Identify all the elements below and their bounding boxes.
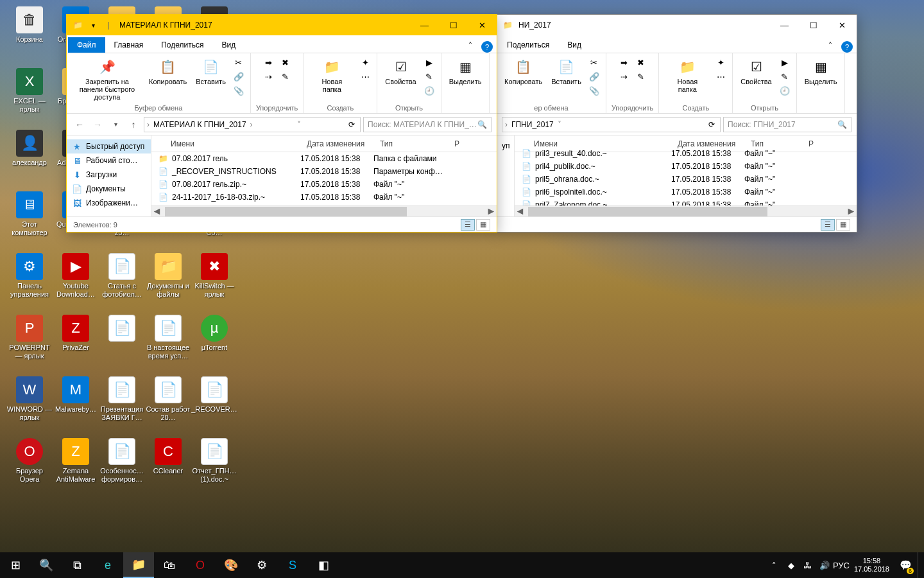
nav-pictures[interactable]: 🖼Изображени… xyxy=(67,196,151,210)
tab-share[interactable]: Поделиться xyxy=(152,37,212,53)
pin-button[interactable]: 📌Закрепить на панели быстрого доступа xyxy=(72,56,142,102)
language-indicator[interactable]: РУС xyxy=(834,552,849,578)
store-icon[interactable]: 🛍 xyxy=(154,552,185,578)
action-center-icon[interactable]: 💬6 xyxy=(894,552,916,578)
app-icon[interactable]: ⚙ xyxy=(246,552,277,578)
large-icons-view-icon[interactable]: ▦ xyxy=(476,219,490,231)
desktop-icon[interactable]: ▶Youtube Download… xyxy=(53,250,99,312)
volume-icon[interactable]: 🔊 xyxy=(817,552,832,578)
navigation-pane[interactable]: ★Быстрый доступ 🖥Рабочий сто… ⬇Загрузки … xyxy=(67,136,151,216)
task-view-icon[interactable]: ⧉ xyxy=(62,552,92,578)
chevron-right-icon[interactable]: › xyxy=(505,120,508,129)
col-size[interactable]: Р xyxy=(448,139,474,148)
start-button[interactable]: ⊞ xyxy=(0,552,31,578)
show-desktop-button[interactable] xyxy=(918,552,921,578)
cut-icon[interactable]: ✂ xyxy=(232,56,245,69)
col-name[interactable]: Имени xyxy=(151,139,300,148)
properties-button[interactable]: ☑Свойства xyxy=(382,56,418,87)
history-icon[interactable]: 🕘 xyxy=(778,84,791,97)
col-date[interactable]: Дата изменения xyxy=(300,139,373,148)
desktop-icon[interactable]: 📄Состав работ 20… xyxy=(145,374,191,435)
close-button[interactable]: ✕ xyxy=(468,15,497,35)
open-icon[interactable]: ▶ xyxy=(778,56,791,69)
breadcrumb-dropdown-icon[interactable]: ˅ xyxy=(297,120,301,129)
opera-icon[interactable]: O xyxy=(185,552,216,578)
desktop-icon[interactable]: WWINWORD — ярлык xyxy=(6,374,53,435)
ribbon-collapse-icon[interactable]: ˄ xyxy=(823,39,837,53)
table-row[interactable]: 📄07.08.2017 гель.zip.~17.05.2018 15:38Фа… xyxy=(151,178,497,191)
ribbon-collapse-icon[interactable]: ˄ xyxy=(463,39,477,53)
move-to-icon[interactable]: ➡ xyxy=(618,56,631,69)
search-icon[interactable]: 🔍 xyxy=(837,120,847,129)
refresh-icon[interactable]: ⟳ xyxy=(346,120,357,129)
nav-item[interactable]: уп xyxy=(497,139,514,152)
paste-shortcut-icon[interactable]: 📎 xyxy=(232,84,245,97)
chevron-right-icon[interactable]: › xyxy=(147,120,150,129)
tray-app-icon[interactable]: ◆ xyxy=(783,552,799,578)
up-button[interactable]: ↑ xyxy=(126,117,141,132)
clock[interactable]: 15:58 17.05.2018 xyxy=(850,557,893,574)
desktop-icon[interactable]: PPOWERPNT — ярлык xyxy=(6,312,53,374)
file-list[interactable]: 📁07.08.2017 гель17.05.2018 15:38Папка с … xyxy=(151,152,497,206)
desktop-icon[interactable]: 📄Презентация ЗАЯВКИ Г… xyxy=(99,374,145,435)
history-icon[interactable]: 🕘 xyxy=(423,84,436,97)
table-row[interactable]: 📄pril7_Zakonom.doc.~17.05.2018 15:38Файл… xyxy=(515,198,857,206)
maximize-button[interactable]: ☐ xyxy=(439,15,468,35)
desktop-icon[interactable]: 📄Статья с фотобиол… xyxy=(99,250,145,312)
desktop-icon[interactable]: ⚙Панель управления xyxy=(6,250,53,312)
edit-icon[interactable]: ✎ xyxy=(423,70,436,83)
easy-access-icon[interactable]: ⋯ xyxy=(359,70,372,83)
desktop-icon[interactable]: ZPrivaZer xyxy=(53,312,99,374)
help-icon[interactable]: ? xyxy=(481,41,493,53)
copy-to-icon[interactable]: ⇢ xyxy=(262,70,275,83)
horizontal-scrollbar[interactable]: ◄► xyxy=(151,206,497,216)
move-to-icon[interactable]: ➡ xyxy=(262,56,275,69)
chevron-down-icon[interactable]: ˅ xyxy=(558,120,561,129)
paste-button[interactable]: 📄Вставить xyxy=(193,56,228,87)
desktop-icon[interactable]: 📄_RECOVER… xyxy=(191,374,237,435)
qat-dropdown-icon[interactable]: ▾ xyxy=(86,18,100,32)
nav-downloads[interactable]: ⬇Загрузки xyxy=(67,168,151,182)
horizontal-scrollbar[interactable]: ◄► xyxy=(515,206,857,216)
navigation-pane[interactable]: уп xyxy=(497,136,515,216)
desktop-icon[interactable]: XEXCEL — ярлык xyxy=(6,66,53,127)
search-icon[interactable]: 🔍 xyxy=(31,552,62,578)
desktop-icon[interactable]: 👤александр xyxy=(6,127,53,189)
delete-icon[interactable]: ✖ xyxy=(635,56,647,69)
properties-button[interactable]: ☑Свойства xyxy=(738,56,774,87)
rename-icon[interactable]: ✎ xyxy=(635,70,647,83)
tray-overflow-icon[interactable]: ˄ xyxy=(767,552,782,578)
edge-icon[interactable]: e xyxy=(92,552,123,578)
column-headers[interactable]: Имени Дата изменения Тип Р xyxy=(151,136,497,152)
large-icons-view-icon[interactable]: ▦ xyxy=(836,219,850,231)
copy-to-icon[interactable]: ⇢ xyxy=(618,70,631,83)
nav-quick-access[interactable]: ★Быстрый доступ xyxy=(67,139,151,153)
search-input[interactable]: Поиск: ГПНИ_2017🔍 xyxy=(723,117,851,132)
paste-shortcut-icon[interactable]: 📎 xyxy=(588,84,601,97)
maximize-button[interactable]: ☐ xyxy=(799,15,828,35)
table-row[interactable]: 📄pril3_result_40.doc.~17.05.2018 15:38Фа… xyxy=(515,147,857,160)
file-list[interactable]: 📄pril3_result_40.doc.~17.05.2018 15:38Фа… xyxy=(515,147,857,206)
nav-desktop[interactable]: 🖥Рабочий сто… xyxy=(67,153,151,168)
desktop-icon[interactable]: ZZemana AntiMalware xyxy=(53,435,99,497)
select-button[interactable]: ▦Выделить xyxy=(802,56,840,87)
close-button[interactable]: ✕ xyxy=(828,15,857,35)
tab-home[interactable]: Главная xyxy=(105,37,153,53)
breadcrumb[interactable]: › МАТЕРИАЛ К ГПНИ_2017 › ˅ ⟳ xyxy=(144,117,361,132)
chevron-right-icon[interactable]: › xyxy=(250,120,253,129)
select-button[interactable]: ▦Выделить xyxy=(447,56,484,87)
explorer-icon[interactable]: 📁 xyxy=(123,552,154,578)
open-icon[interactable]: ▶ xyxy=(423,56,436,69)
desktop-icon[interactable]: 🖥Этот компьютер xyxy=(6,189,53,250)
table-row[interactable]: 📄pril6_ispolniteli.doc.~17.05.2018 15:38… xyxy=(515,186,857,198)
copy-path-icon[interactable]: 🔗 xyxy=(588,70,601,83)
edit-icon[interactable]: ✎ xyxy=(778,70,791,83)
breadcrumb-segment[interactable]: МАТЕРИАЛ К ГПНИ_2017 xyxy=(153,120,246,129)
app-icon[interactable]: ◧ xyxy=(308,552,339,578)
copy-path-icon[interactable]: 🔗 xyxy=(232,70,245,83)
desktop-icon[interactable]: OБраузер Opera xyxy=(6,435,53,497)
desktop-icon[interactable]: 🗑Корзина xyxy=(6,4,53,66)
taskbar[interactable]: ⊞ 🔍 ⧉ e 📁 🛍 O 🎨 ⚙ S ◧ ˄ ◆ 🖧 🔊 РУС 15:58 … xyxy=(0,552,924,578)
table-row[interactable]: 📄pril4_publik.doc.~17.05.2018 15:38Файл … xyxy=(515,160,857,173)
col-type[interactable]: Тип xyxy=(373,139,448,148)
